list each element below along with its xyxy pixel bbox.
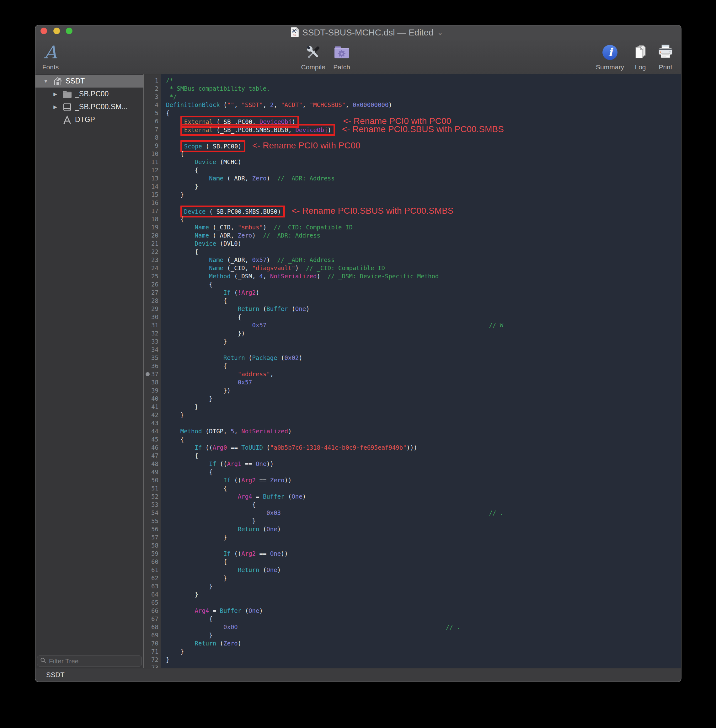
code-line: } [166, 337, 681, 346]
maciasl-window: DSL SSDT-SBUS-MCHC.dsl — Edited ⌄ A Font… [35, 26, 681, 681]
code-line: } [166, 590, 681, 598]
line-number: 36 [144, 362, 161, 370]
search-icon [40, 657, 46, 665]
status-path: SSDT [46, 671, 65, 679]
summary-button[interactable]: i Summary [596, 43, 624, 71]
line-number: 59 [144, 549, 161, 558]
code-line: Return (Package (0x02) [166, 353, 681, 362]
code-line: Return (One) [166, 525, 681, 533]
code-line: } [166, 403, 681, 411]
line-number: 18 [144, 215, 161, 223]
annotation-text: <- Rename PCI0.SBUS with PC00.SMBS [292, 206, 454, 215]
line-number: 19 [144, 223, 161, 231]
code-line: Device (MCHC) [166, 158, 681, 166]
line-number: 15 [144, 191, 161, 199]
annotation-text: <- Rename PCI0.SBUS with PC00.SMBS [342, 124, 504, 134]
filter-tree-field[interactable]: Filter Tree [37, 655, 142, 666]
line-number: 73 [144, 664, 161, 668]
code-line: Return (Zero) [166, 639, 681, 648]
line-number: 39 [144, 386, 161, 394]
code-line: { [166, 313, 681, 321]
code-line: { [166, 435, 681, 443]
line-number: 7 [144, 125, 161, 133]
line-number: 16 [144, 199, 161, 207]
disclosure-open-icon[interactable]: ▼ [42, 79, 50, 84]
code-area[interactable]: /* * SMBus compatibility table. */Defini… [161, 74, 681, 668]
line-number: 44 [144, 427, 161, 435]
code-line: 0x03 // . [166, 509, 681, 517]
line-number: 14 [144, 182, 161, 191]
disclosure-closed-icon[interactable]: ▶ [51, 104, 59, 110]
patch-icon [333, 43, 350, 62]
line-number: 45 [144, 435, 161, 443]
line-number: 60 [144, 558, 161, 566]
line-number: 62 [144, 574, 161, 582]
code-line: DefinitionBlock ("", "SSDT", 2, "ACDT", … [166, 101, 681, 109]
folder-icon [62, 89, 73, 99]
line-number: 22 [144, 247, 161, 256]
code-line: Return (One) [166, 566, 681, 574]
compile-button[interactable]: Compile [301, 43, 325, 71]
document-proxy-icon: DSL [291, 27, 299, 38]
patch-label: Patch [333, 64, 350, 71]
code-line: { [166, 615, 681, 623]
code-line: Arg4 = Buffer (One) [166, 607, 681, 615]
summary-info-icon: i [601, 43, 619, 62]
device-icon [62, 102, 73, 112]
line-number: 63 [144, 582, 161, 590]
code-line: Return (Buffer (One) [166, 305, 681, 313]
tree-item-label: _SB.PC00 [75, 90, 109, 98]
line-number: 8 [144, 133, 161, 141]
tree-item-sb-pc00[interactable]: ▶ _SB.PC00 [35, 88, 143, 100]
line-number: 54 [144, 509, 161, 517]
ssdt-tree: ▼ SSDT ▶ [35, 74, 143, 126]
line-number: 31 [144, 321, 161, 329]
code-line [166, 541, 681, 549]
line-number: 40 [144, 394, 161, 403]
line-number: 30 [144, 313, 161, 321]
print-button[interactable]: Print [657, 43, 674, 71]
code-line: { [166, 501, 681, 509]
log-label: Log [635, 64, 646, 71]
line-number: 49 [144, 468, 161, 476]
code-line: */ [166, 93, 681, 101]
line-number: 68 [144, 623, 161, 631]
code-line: { [166, 362, 681, 370]
code-line: Method (_DSM, 4, NotSerialized) // _DSM:… [166, 272, 681, 280]
line-number: 1 [144, 76, 161, 84]
line-number: 61 [144, 566, 161, 574]
sidebar: ▼ SSDT ▶ [35, 74, 144, 668]
toolbar: A Fonts [35, 39, 681, 74]
tree-item-label: _SB.PC00.SM... [75, 103, 127, 111]
code-line [166, 598, 681, 607]
code-line: } [166, 582, 681, 590]
line-number: 55 [144, 517, 161, 525]
summary-label: Summary [596, 64, 624, 71]
code-line: } [166, 574, 681, 582]
line-number-gutter: 1234567891011121314151617181920212223242… [144, 74, 161, 668]
line-number: 9 [144, 141, 161, 150]
tree-item-sb-pc00-smbs[interactable]: ▶ _SB.PC00.SM... [35, 100, 143, 113]
code-line: Name (_ADR, Zero) // _ADR: Address [166, 174, 681, 182]
patch-button[interactable]: Patch [333, 43, 350, 71]
line-number: 43 [144, 419, 161, 427]
log-button[interactable]: Log [632, 43, 649, 71]
line-number: 3 [144, 93, 161, 101]
line-number: 2 [144, 84, 161, 93]
disclosure-closed-icon[interactable]: ▶ [51, 91, 59, 97]
code-line: } [166, 411, 681, 419]
title-chevron-icon[interactable]: ⌄ [437, 29, 443, 36]
fonts-icon: A [44, 43, 57, 62]
code-line: }) [166, 329, 681, 337]
code-line: Name (_ADR, Zero) // _ADR: Address [166, 231, 681, 240]
fonts-button[interactable]: A Fonts [42, 43, 59, 71]
line-number: 21 [144, 240, 161, 247]
code-line: If (!Arg2) [166, 288, 681, 297]
fonts-label: Fonts [42, 64, 59, 71]
line-number: 28 [144, 297, 161, 305]
tree-item-ssdt[interactable]: ▼ SSDT [35, 75, 143, 88]
window-title: SSDT-SBUS-MCHC.dsl — Edited [302, 27, 434, 38]
line-number: 53 [144, 501, 161, 509]
tree-item-dtgp[interactable]: DTGP [35, 113, 143, 126]
red-highlight-box: Scope (_SB.PC00) [181, 140, 245, 152]
